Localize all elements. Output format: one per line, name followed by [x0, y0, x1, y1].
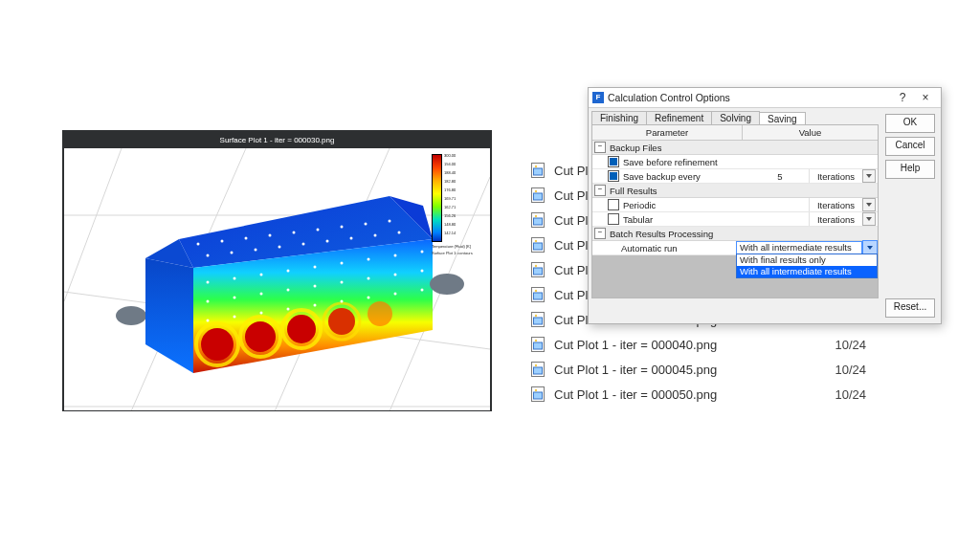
svg-point-88	[535, 315, 537, 317]
svg-point-59	[207, 320, 210, 322]
checkbox-save-every[interactable]	[608, 170, 619, 182]
svg-point-73	[535, 190, 537, 192]
dialog-title: Calculation Control Options	[608, 92, 891, 103]
collapse-icon[interactable]: −	[594, 185, 606, 196]
image-file-icon	[531, 337, 545, 352]
svg-point-35	[278, 246, 281, 249]
svg-point-37	[326, 240, 329, 243]
svg-point-50	[207, 300, 210, 303]
svg-point-7	[116, 306, 146, 325]
svg-point-58	[421, 270, 424, 273]
svg-point-55	[341, 281, 344, 284]
close-icon[interactable]: ×	[914, 91, 937, 104]
combo-item[interactable]: With all intermediate results	[737, 266, 877, 277]
checkbox-periodic[interactable]	[608, 199, 619, 210]
group-batch-results[interactable]: − Batch Results Processing	[592, 227, 878, 241]
save-every-value[interactable]: 5	[751, 171, 809, 182]
svg-point-48	[394, 254, 397, 257]
unit-dropdown-icon[interactable]	[862, 169, 876, 183]
svg-point-49	[421, 251, 424, 253]
ok-button[interactable]: OK	[885, 114, 935, 133]
automatic-run-combo[interactable]: With all intermediate results With final…	[736, 240, 878, 255]
group-label: Backup Files	[610, 143, 661, 153]
group-full-results[interactable]: − Full Results	[592, 184, 878, 198]
row-tabular[interactable]: Tabular Iterations	[592, 212, 878, 227]
svg-point-32	[207, 254, 210, 257]
svg-line-2	[64, 148, 122, 301]
svg-point-16	[245, 321, 276, 352]
image-file-icon	[531, 237, 545, 253]
save-every-unit: Iterations	[810, 171, 862, 182]
saving-sheet: Parameter Value − Backup Files Save befo…	[591, 124, 879, 298]
checkbox-save-before[interactable]	[608, 156, 619, 167]
viewer-title: Surface Plot 1 - iter = 000030.png	[64, 132, 490, 148]
tab-refinement[interactable]: Refinement	[646, 111, 712, 124]
svg-point-76	[535, 215, 537, 217]
svg-point-20	[328, 308, 355, 335]
file-row[interactable]: Cut Plot 1 - iter = 000045.png10/24	[531, 357, 895, 382]
svg-point-79	[535, 240, 537, 242]
combo-item[interactable]: With final results only	[737, 254, 877, 266]
svg-point-67	[421, 289, 424, 292]
svg-point-23	[197, 243, 200, 246]
svg-rect-72	[534, 193, 543, 200]
svg-rect-84	[534, 293, 543, 299]
svg-rect-87	[534, 318, 543, 324]
svg-point-33	[231, 252, 234, 254]
svg-point-27	[293, 231, 296, 234]
collapse-icon[interactable]: −	[594, 142, 606, 153]
row-save-before-refinement[interactable]: Save before refinement	[592, 155, 878, 169]
combo-field[interactable]: With all intermediate results	[736, 241, 862, 254]
dialog-titlebar[interactable]: F Calculation Control Options ? ×	[589, 88, 941, 108]
tab-solving[interactable]: Solving	[711, 111, 760, 124]
file-date: 10/24	[835, 363, 895, 377]
checkbox-tabular[interactable]	[608, 213, 619, 225]
titlebar-help-icon[interactable]: ?	[891, 91, 914, 104]
svg-point-39	[374, 234, 377, 237]
file-name: Cut Plot 1 - iter = 000050.png	[554, 387, 717, 402]
svg-point-34	[255, 249, 257, 252]
file-row[interactable]: Cut Plot 1 - iter = 000040.png10/24	[531, 332, 895, 357]
svg-point-26	[269, 234, 272, 237]
file-row[interactable]: Cut Plot 1 - iter = 000050.png10/24	[531, 382, 895, 407]
svg-point-31	[389, 220, 391, 223]
svg-point-24	[221, 240, 224, 243]
image-file-icon	[531, 287, 545, 302]
svg-rect-96	[534, 392, 543, 399]
svg-point-40	[398, 231, 401, 234]
reset-button[interactable]: Reset...	[885, 298, 935, 318]
help-button[interactable]: Help	[885, 160, 935, 179]
tab-finishing[interactable]: Finishing	[591, 111, 647, 124]
calc-control-dialog: F Calculation Control Options ? × Finish…	[588, 87, 942, 324]
svg-rect-75	[534, 218, 543, 225]
unit-dropdown-icon[interactable]	[862, 212, 876, 226]
unit-dropdown-icon[interactable]	[862, 198, 876, 211]
svg-point-45	[314, 266, 317, 269]
file-name: Cut Plot 1 - iter = 000040.png	[554, 338, 717, 352]
color-legend: 300.00 194.00 188.40 182.80 176.80 169.7…	[432, 154, 484, 255]
svg-point-52	[260, 293, 263, 296]
svg-rect-90	[534, 342, 543, 349]
svg-rect-93	[534, 367, 543, 374]
svg-point-18	[287, 315, 316, 343]
file-date: 10/24	[835, 387, 895, 402]
svg-point-46	[341, 262, 344, 265]
svg-point-65	[368, 297, 370, 299]
image-file-icon	[531, 262, 545, 277]
row-save-backup-every[interactable]: Save backup every 5 Iterations	[592, 169, 878, 184]
group-label: Batch Results Processing	[610, 229, 713, 239]
svg-point-28	[317, 229, 320, 231]
svg-point-85	[535, 290, 537, 292]
combo-list: With final results only With all interme…	[736, 253, 878, 278]
collapse-icon[interactable]: −	[594, 228, 606, 239]
row-automatic-run[interactable]: Automatic run With all intermediate resu…	[592, 241, 878, 255]
tab-saving[interactable]: Saving	[759, 112, 806, 125]
group-backup-files[interactable]: − Backup Files	[592, 141, 878, 155]
cancel-button[interactable]: Cancel	[885, 137, 935, 156]
svg-point-56	[368, 277, 370, 280]
dialog-tabs: Finishing Refinement Solving Saving	[589, 108, 881, 124]
svg-point-30	[365, 223, 368, 226]
image-file-icon	[531, 212, 545, 228]
row-periodic[interactable]: Periodic Iterations	[592, 198, 878, 212]
svg-point-36	[302, 243, 305, 246]
